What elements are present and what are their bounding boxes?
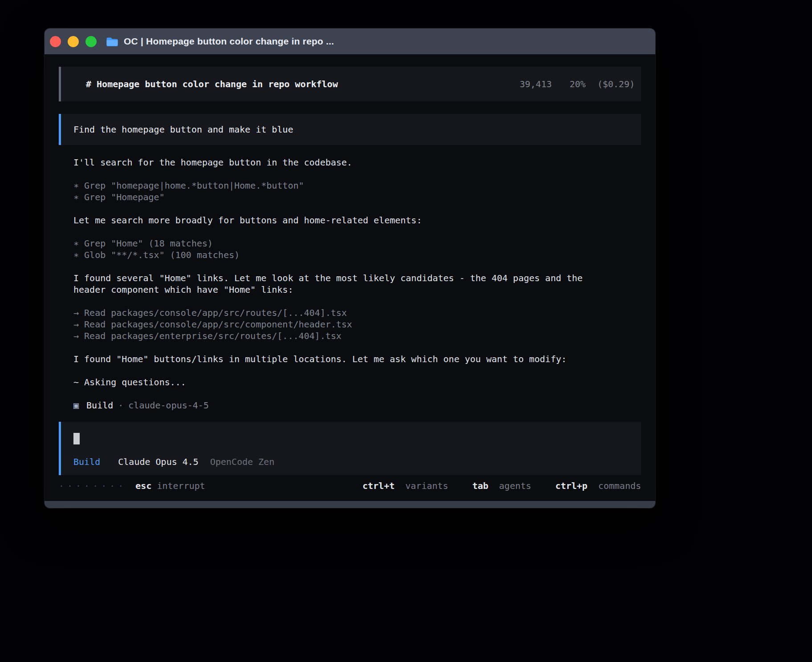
grep-tool-call: ∗ Grep "homepage|home.*button|Home.*butt… (73, 180, 641, 191)
read-tool-call: → Read packages/console/app/src/routes/[… (73, 307, 641, 319)
agent-status-line: ▣ Build · claude-opus-4-5 (59, 400, 641, 411)
status-bar-right: ctrl+t variants tab agents ctrl+p comman… (344, 480, 641, 492)
token-count: 39,413 (520, 79, 552, 89)
input-model-label: Claude Opus 4.5 (118, 456, 199, 467)
agents-key: tab (472, 480, 488, 491)
tool-call-group: ∗ Grep "homepage|home.*button|Home.*butt… (59, 180, 641, 203)
terminal-window: OC | Homepage button color change in rep… (45, 28, 655, 508)
agent-model: claude-opus-4-5 (128, 400, 209, 411)
glob-tool-call: ∗ Glob "**/*.tsx" (100 matches) (73, 249, 641, 261)
close-button[interactable] (50, 36, 61, 47)
assistant-message: I found "Home" buttons/links in multiple… (59, 353, 600, 365)
session-stats: 39,413 20% ($0.29) (520, 78, 635, 90)
esc-key-label: interrupt (157, 480, 205, 492)
asking-questions-status: ~ Asking questions... (59, 376, 600, 388)
minimize-button[interactable] (68, 36, 79, 47)
activity-dots-icon: ········ (59, 480, 126, 492)
agents-shortcut: tab agents (472, 480, 536, 491)
status-bar: ········ esc interrupt ctrl+t variants t… (59, 480, 641, 492)
session-header: # Homepage button color change in repo w… (59, 67, 641, 101)
variants-shortcut: ctrl+t variants (362, 480, 454, 491)
assistant-message: I found several "Home" links. Let me loo… (59, 272, 600, 295)
read-tool-call: → Read packages/enterprise/src/routes/[.… (73, 330, 641, 342)
input-agent-label: Build (73, 456, 100, 467)
user-message-text: Find the homepage button and make it blu… (73, 124, 293, 135)
user-message: Find the homepage button and make it blu… (59, 114, 641, 145)
window-title: OC | Homepage button color change in rep… (124, 36, 334, 47)
grep-tool-call: ∗ Grep "Homepage" (73, 191, 641, 203)
variants-key: ctrl+t (362, 480, 394, 491)
grep-tool-call: ∗ Grep "Home" (18 matches) (73, 238, 641, 249)
agents-label: agents (499, 480, 531, 491)
commands-key: ctrl+p (555, 480, 587, 491)
tool-call-group: → Read packages/console/app/src/routes/[… (59, 307, 641, 342)
input-provider-label: OpenCode Zen (210, 456, 275, 467)
commands-shortcut: ctrl+p commands (555, 480, 641, 491)
zoom-button[interactable] (85, 36, 97, 47)
agent-separator: · (118, 400, 123, 411)
commands-label: commands (598, 480, 641, 491)
read-tool-call: → Read packages/console/app/src/componen… (73, 319, 641, 330)
context-percent: 20% (570, 79, 586, 89)
prompt-input[interactable]: Build Claude Opus 4.5 OpenCode Zen (59, 422, 641, 475)
tool-call-group: ∗ Grep "Home" (18 matches) ∗ Glob "**/*.… (59, 238, 641, 261)
variants-label: variants (406, 480, 448, 491)
session-title: # Homepage button color change in repo w… (86, 78, 338, 90)
traffic-lights (50, 36, 97, 47)
assistant-message: Let me search more broadly for buttons a… (59, 214, 600, 226)
window-bottom-edge (45, 501, 655, 508)
session-cost: ($0.29) (597, 79, 635, 89)
esc-key-hint: esc (135, 480, 151, 492)
text-cursor (73, 433, 80, 444)
status-bar-left: ········ esc interrupt (59, 480, 205, 492)
folder-icon (106, 36, 118, 47)
assistant-message: I'll search for the homepage button in t… (59, 157, 600, 168)
titlebar[interactable]: OC | Homepage button color change in rep… (45, 28, 655, 54)
model-selector-row[interactable]: Build Claude Opus 4.5 OpenCode Zen (73, 456, 629, 468)
agent-name: Build (86, 400, 113, 411)
terminal-content: # Homepage button color change in repo w… (45, 54, 655, 508)
input-line (73, 433, 629, 444)
task-icon: ▣ (73, 400, 79, 411)
